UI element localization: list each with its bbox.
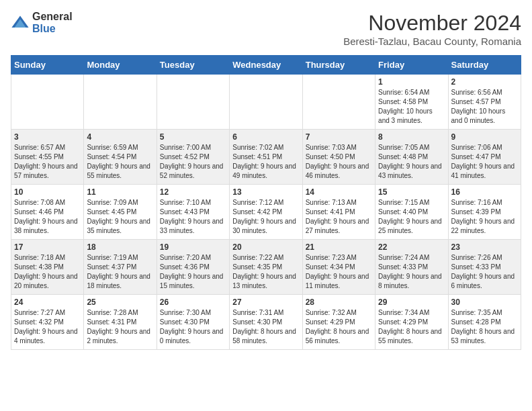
header-day-wednesday: Wednesday [230, 56, 302, 75]
day-detail: Sunrise: 7:00 AM Sunset: 4:52 PM Dayligh… [160, 144, 224, 179]
calendar-table: SundayMondayTuesdayWednesdayThursdayFrid… [11, 55, 521, 350]
day-number: 12 [160, 187, 226, 197]
calendar-cell: 6Sunrise: 7:02 AM Sunset: 4:51 PM Daylig… [230, 130, 302, 185]
header-day-friday: Friday [375, 56, 448, 75]
day-number: 23 [451, 242, 518, 252]
day-detail: Sunrise: 7:06 AM Sunset: 4:47 PM Dayligh… [451, 144, 515, 179]
day-number: 29 [378, 298, 445, 307]
calendar-week-row: 10Sunrise: 7:08 AM Sunset: 4:46 PM Dayli… [11, 185, 521, 240]
day-number: 28 [306, 298, 372, 307]
calendar-cell: 25Sunrise: 7:28 AM Sunset: 4:31 PM Dayli… [84, 295, 157, 350]
calendar-cell: 5Sunrise: 7:00 AM Sunset: 4:52 PM Daylig… [157, 130, 229, 185]
calendar-cell: 14Sunrise: 7:13 AM Sunset: 4:41 PM Dayli… [302, 185, 375, 240]
day-detail: Sunrise: 7:35 AM Sunset: 4:28 PM Dayligh… [451, 309, 515, 345]
calendar-cell: 7Sunrise: 7:03 AM Sunset: 4:50 PM Daylig… [302, 130, 375, 185]
day-detail: Sunrise: 7:12 AM Sunset: 4:42 PM Dayligh… [232, 199, 296, 234]
day-number: 4 [87, 132, 153, 142]
header-day-monday: Monday [84, 56, 157, 75]
day-detail: Sunrise: 7:15 AM Sunset: 4:40 PM Dayligh… [378, 199, 442, 234]
day-detail: Sunrise: 7:26 AM Sunset: 4:33 PM Dayligh… [451, 254, 515, 289]
day-detail: Sunrise: 7:23 AM Sunset: 4:34 PM Dayligh… [306, 254, 369, 289]
title-block: November 2024 Beresti-Tazlau, Bacau Coun… [343, 11, 521, 47]
day-number: 30 [451, 298, 518, 307]
logo-icon [11, 13, 30, 32]
header-day-thursday: Thursday [302, 56, 375, 75]
logo: General Blue [11, 11, 73, 34]
day-number: 3 [14, 132, 81, 142]
calendar-header-row: SundayMondayTuesdayWednesdayThursdayFrid… [11, 56, 521, 75]
day-detail: Sunrise: 7:28 AM Sunset: 4:31 PM Dayligh… [87, 309, 150, 345]
day-detail: Sunrise: 7:08 AM Sunset: 4:46 PM Dayligh… [14, 199, 78, 234]
day-detail: Sunrise: 7:20 AM Sunset: 4:36 PM Dayligh… [160, 254, 224, 289]
calendar-cell: 26Sunrise: 7:30 AM Sunset: 4:30 PM Dayli… [157, 295, 229, 350]
day-number: 6 [232, 132, 299, 142]
calendar-cell: 8Sunrise: 7:05 AM Sunset: 4:48 PM Daylig… [375, 130, 448, 185]
day-number: 7 [306, 132, 372, 142]
day-number: 22 [378, 242, 445, 252]
day-number: 2 [451, 77, 518, 87]
calendar-cell: 22Sunrise: 7:24 AM Sunset: 4:33 PM Dayli… [375, 240, 448, 295]
calendar-cell: 29Sunrise: 7:34 AM Sunset: 4:29 PM Dayli… [375, 295, 448, 350]
logo-general-label: General [32, 11, 73, 23]
day-detail: Sunrise: 7:27 AM Sunset: 4:32 PM Dayligh… [14, 309, 78, 345]
day-number: 25 [87, 298, 153, 307]
day-number: 16 [451, 187, 518, 197]
day-number: 5 [160, 132, 226, 142]
day-number: 24 [14, 298, 81, 307]
month-title: November 2024 [343, 11, 521, 36]
calendar-cell: 15Sunrise: 7:15 AM Sunset: 4:40 PM Dayli… [375, 185, 448, 240]
day-number: 20 [232, 242, 299, 252]
day-number: 18 [87, 242, 153, 252]
logo-blue-label: Blue [32, 23, 73, 35]
header-day-tuesday: Tuesday [157, 56, 229, 75]
day-detail: Sunrise: 7:34 AM Sunset: 4:29 PM Dayligh… [378, 309, 442, 345]
day-detail: Sunrise: 6:57 AM Sunset: 4:55 PM Dayligh… [14, 144, 78, 179]
page-header: General Blue November 2024 Beresti-Tazla… [11, 11, 521, 47]
day-number: 8 [378, 132, 445, 142]
calendar-cell: 1Sunrise: 6:54 AM Sunset: 4:58 PM Daylig… [375, 75, 448, 130]
calendar-cell: 30Sunrise: 7:35 AM Sunset: 4:28 PM Dayli… [448, 295, 521, 350]
day-detail: Sunrise: 7:09 AM Sunset: 4:45 PM Dayligh… [87, 199, 150, 234]
day-detail: Sunrise: 7:18 AM Sunset: 4:38 PM Dayligh… [14, 254, 78, 289]
calendar-cell: 21Sunrise: 7:23 AM Sunset: 4:34 PM Dayli… [302, 240, 375, 295]
day-detail: Sunrise: 7:05 AM Sunset: 4:48 PM Dayligh… [378, 144, 442, 179]
calendar-cell: 2Sunrise: 6:56 AM Sunset: 4:57 PM Daylig… [448, 75, 521, 130]
calendar-cell: 18Sunrise: 7:19 AM Sunset: 4:37 PM Dayli… [84, 240, 157, 295]
day-detail: Sunrise: 7:19 AM Sunset: 4:37 PM Dayligh… [87, 254, 150, 289]
calendar-cell: 4Sunrise: 6:59 AM Sunset: 4:54 PM Daylig… [84, 130, 157, 185]
calendar-cell: 12Sunrise: 7:10 AM Sunset: 4:43 PM Dayli… [157, 185, 229, 240]
day-number: 21 [306, 242, 372, 252]
day-number: 10 [14, 187, 81, 197]
calendar-cell: 10Sunrise: 7:08 AM Sunset: 4:46 PM Dayli… [11, 185, 84, 240]
calendar-cell: 24Sunrise: 7:27 AM Sunset: 4:32 PM Dayli… [11, 295, 84, 350]
day-number: 26 [160, 298, 226, 307]
day-number: 13 [232, 187, 299, 197]
day-number: 17 [14, 242, 81, 252]
day-number: 9 [451, 132, 518, 142]
calendar-cell: 3Sunrise: 6:57 AM Sunset: 4:55 PM Daylig… [11, 130, 84, 185]
calendar-cell: 19Sunrise: 7:20 AM Sunset: 4:36 PM Dayli… [157, 240, 229, 295]
calendar-cell [11, 75, 84, 130]
day-detail: Sunrise: 7:30 AM Sunset: 4:30 PM Dayligh… [160, 309, 224, 345]
calendar-cell: 16Sunrise: 7:16 AM Sunset: 4:39 PM Dayli… [448, 185, 521, 240]
day-number: 1 [378, 77, 445, 87]
day-detail: Sunrise: 7:32 AM Sunset: 4:29 PM Dayligh… [306, 309, 369, 345]
calendar-week-row: 17Sunrise: 7:18 AM Sunset: 4:38 PM Dayli… [11, 240, 521, 295]
day-detail: Sunrise: 7:16 AM Sunset: 4:39 PM Dayligh… [451, 199, 515, 234]
day-detail: Sunrise: 7:13 AM Sunset: 4:41 PM Dayligh… [306, 199, 369, 234]
location-title: Beresti-Tazlau, Bacau County, Romania [343, 36, 521, 47]
calendar-cell: 20Sunrise: 7:22 AM Sunset: 4:35 PM Dayli… [230, 240, 302, 295]
calendar-cell: 23Sunrise: 7:26 AM Sunset: 4:33 PM Dayli… [448, 240, 521, 295]
day-number: 11 [87, 187, 153, 197]
calendar-cell: 11Sunrise: 7:09 AM Sunset: 4:45 PM Dayli… [84, 185, 157, 240]
logo-text: General Blue [32, 11, 73, 34]
day-number: 14 [306, 187, 372, 197]
calendar-cell [230, 75, 302, 130]
day-number: 15 [378, 187, 445, 197]
calendar-week-row: 1Sunrise: 6:54 AM Sunset: 4:58 PM Daylig… [11, 75, 521, 130]
calendar-week-row: 24Sunrise: 7:27 AM Sunset: 4:32 PM Dayli… [11, 295, 521, 350]
calendar-cell: 17Sunrise: 7:18 AM Sunset: 4:38 PM Dayli… [11, 240, 84, 295]
calendar-cell: 9Sunrise: 7:06 AM Sunset: 4:47 PM Daylig… [448, 130, 521, 185]
day-detail: Sunrise: 6:56 AM Sunset: 4:57 PM Dayligh… [451, 89, 506, 124]
day-detail: Sunrise: 7:02 AM Sunset: 4:51 PM Dayligh… [232, 144, 296, 179]
